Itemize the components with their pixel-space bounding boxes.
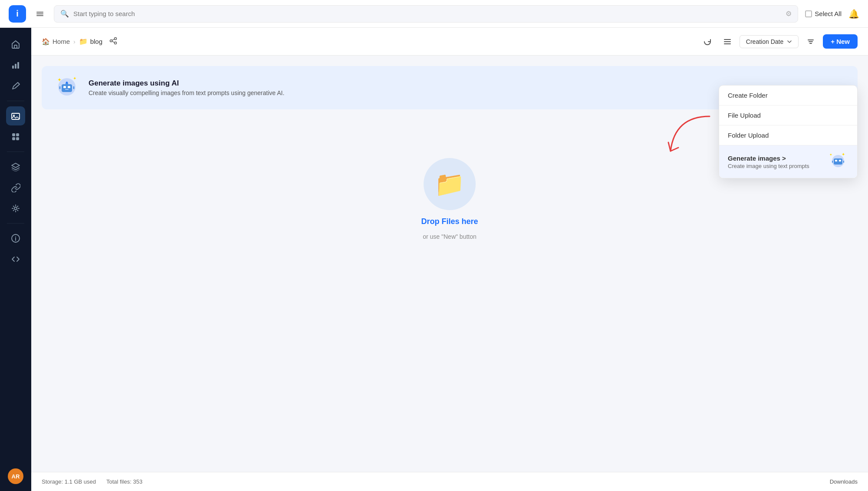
sort-order-button[interactable] [803,34,819,49]
sidebar-item-links[interactable] [6,178,25,197]
sidebar-item-layers[interactable] [6,157,25,176]
svg-text:✦: ✦ [829,153,832,157]
list-view-button[interactable] [720,34,735,49]
expand-sidebar-button[interactable] [33,7,47,21]
breadcrumb: 🏠 Home › 📁 blog [42,37,694,46]
drop-folder-icon: 📁 [434,170,465,198]
drop-folder-circle: 📁 [424,158,476,210]
sidebar-item-media[interactable] [6,106,25,125]
svg-rect-37 [839,160,841,161]
sidebar-bottom: AR [8,468,23,484]
svg-rect-11 [12,137,15,140]
svg-rect-9 [12,133,15,136]
svg-rect-28 [68,86,70,88]
svg-rect-1 [36,13,43,14]
sidebar-item-apps[interactable] [6,127,25,146]
breadcrumb-separator: › [73,38,76,45]
drop-subtitle: or use "New" button [423,233,477,240]
svg-rect-27 [63,86,66,88]
svg-point-31 [66,82,68,83]
svg-line-21 [112,41,114,43]
chevron-down-icon [787,39,792,44]
sidebar-divider-1 [7,101,24,101]
ai-banner-description: Create visually compelling images from t… [89,89,284,96]
downloads-link[interactable]: Downloads [830,478,858,485]
svg-rect-5 [15,64,16,69]
svg-rect-36 [835,160,837,161]
topbar-right: Select All 🔔 [805,9,859,19]
filter-icon[interactable]: ⚙ [786,10,792,18]
svg-rect-4 [12,66,14,69]
sidebar-item-analytics[interactable] [6,56,25,75]
svg-rect-29 [65,89,69,90]
sidebar-divider-3 [7,223,24,224]
dropdown-file-upload[interactable]: File Upload [719,105,857,125]
select-all-button[interactable]: Select All [805,10,842,17]
generate-images-title: Generate images > [728,155,809,162]
content-header: 🏠 Home › 📁 blog [31,28,868,56]
sidebar-item-info[interactable] [6,229,25,248]
svg-point-13 [14,207,17,210]
dropdown-folder-upload[interactable]: Folder Upload [719,125,857,145]
content-body: ✦ ✦ Generate images using AI Create visu… [31,56,868,472]
sidebar: AR [0,28,31,491]
svg-rect-12 [16,137,19,140]
ai-icon: ✦ ✦ [54,75,80,101]
breadcrumb-home[interactable]: 🏠 Home [42,38,70,46]
svg-rect-10 [16,133,19,136]
svg-rect-35 [834,158,842,165]
generate-images-desc: Create image using text prompts [728,163,809,169]
share-icon[interactable] [109,37,117,46]
select-all-checkbox[interactable] [805,10,812,17]
ai-banner-title: Generate images using AI [89,79,284,88]
statusbar: Storage: 1.1 GB used Total files: 353 Do… [31,472,868,491]
ai-banner-text: Generate images using AI Create visually… [89,79,284,96]
svg-point-18 [110,40,112,42]
sidebar-item-code[interactable] [6,250,25,269]
topbar: i 🔍 ⚙ Select All 🔔 [0,0,868,28]
svg-point-15 [15,237,16,237]
search-input[interactable] [73,10,781,17]
svg-rect-7 [12,113,20,119]
svg-text:✦: ✦ [842,152,845,157]
drop-title: Drop Files here [421,217,478,226]
svg-point-17 [115,37,117,40]
breadcrumb-blog[interactable]: 📁 blog [79,37,102,46]
sort-dropdown[interactable]: Creation Date [740,35,799,48]
refresh-button[interactable] [700,34,715,49]
dropdown-menu: Create Folder File Upload Folder Upload … [719,85,858,178]
header-actions: Creation Date + New [700,34,858,49]
sidebar-item-home[interactable] [6,35,25,54]
content-area: 🏠 Home › 📁 blog [31,28,868,491]
dropdown-generate-images[interactable]: Generate images > Create image using tex… [719,145,857,178]
app-logo: i [9,5,26,23]
notification-bell-icon[interactable]: 🔔 [848,9,859,19]
svg-rect-0 [36,12,43,13]
sidebar-item-editor[interactable] [6,76,25,96]
folder-icon: 📁 [79,37,88,46]
svg-rect-26 [62,84,72,92]
avatar[interactable]: AR [8,468,23,484]
dropdown-create-folder[interactable]: Create Folder [719,86,857,105]
search-icon: 🔍 [60,10,69,18]
sort-label: Creation Date [746,38,783,45]
svg-text:✦: ✦ [73,76,76,81]
svg-text:✦: ✦ [57,77,62,83]
files-info: Total files: 353 [106,478,142,485]
svg-rect-2 [36,15,43,16]
svg-line-20 [112,39,114,40]
svg-rect-3 [14,45,17,48]
svg-point-19 [115,42,117,44]
search-bar: 🔍 ⚙ [54,5,798,23]
storage-info: Storage: 1.1 GB used [42,478,96,485]
main-layout: AR 🏠 Home › 📁 blog [0,28,868,491]
sidebar-item-settings[interactable] [6,199,25,218]
svg-rect-6 [17,62,19,69]
new-button[interactable]: + New [823,34,858,49]
sidebar-divider-2 [7,152,24,152]
generate-images-icon: ✦ ✦ [828,152,848,172]
home-icon: 🏠 [42,38,50,46]
